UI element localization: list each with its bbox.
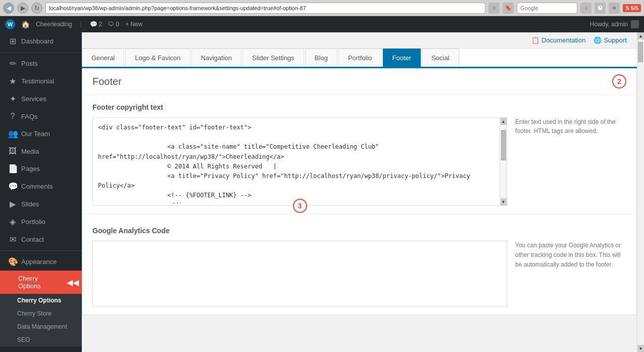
- our-team-icon: 👥: [8, 129, 17, 139]
- tab-blog[interactable]: Blog: [305, 49, 337, 67]
- search-input[interactable]: [517, 3, 577, 14]
- page-scrollbar-thumb[interactable]: [638, 42, 643, 62]
- tab-footer[interactable]: Footer: [383, 49, 421, 67]
- documentation-link[interactable]: 📋 Documentation: [531, 36, 585, 44]
- admin-bar-home-icon[interactable]: 🏠: [21, 20, 30, 28]
- sidebar-separator: [0, 52, 82, 53]
- speech-icon: 🗨: [108, 21, 114, 28]
- extension-badge: S 5/5: [623, 4, 641, 12]
- tabs-container: General Logo & Favicon Navigation Slider…: [82, 49, 637, 68]
- scrollbar-down-button[interactable]: ▼: [501, 198, 507, 205]
- top-action-bar: 📋 Documentation 🌐 Support: [82, 32, 637, 49]
- sidebar-item-label: Services: [21, 95, 46, 103]
- footer-copyright-section: Footer copyright text <div class="footer…: [82, 95, 636, 214]
- documentation-icon: 📋: [531, 36, 539, 44]
- sidebar-item-pages[interactable]: 📄 Pages: [0, 160, 82, 178]
- textarea-scrollbar: ▲ ▼: [500, 118, 507, 205]
- scrollbar-thumb[interactable]: [501, 130, 506, 160]
- separator: |: [80, 21, 81, 28]
- page-title-bar: Footer 2: [82, 68, 636, 95]
- user-avatar: [631, 20, 639, 28]
- sidebar-item-label: Testimonial: [21, 77, 54, 85]
- sidebar-item-testimonial[interactable]: ★ Testimonial: [0, 72, 82, 90]
- dashboard-icon: ⊞: [8, 36, 17, 46]
- badge-1: 2: [52, 276, 65, 289]
- bookmark-star-icon[interactable]: ☆: [488, 3, 500, 14]
- badge-2: 2: [612, 74, 626, 89]
- admin-bar-comments[interactable]: 🗨 0: [108, 21, 119, 28]
- support-label: Support: [604, 36, 627, 44]
- sidebar-item-services[interactable]: ✦ Services: [0, 90, 82, 108]
- appearance-icon: 🎨: [8, 257, 17, 267]
- page-scrollbar-down[interactable]: ▼: [637, 345, 644, 352]
- page-scrollbar: ▲ ▼: [637, 32, 644, 352]
- support-icon: 🌐: [593, 36, 602, 44]
- back-button[interactable]: ◀: [3, 3, 14, 14]
- tab-slider-settings[interactable]: Slider Settings: [242, 49, 304, 67]
- sidebar-item-portfolio[interactable]: ◈ Portfolio: [0, 213, 82, 231]
- submenu-seo[interactable]: SEO: [0, 333, 82, 346]
- comments-notification[interactable]: 💬 2: [90, 21, 103, 28]
- submenu-data-management[interactable]: Data Management: [0, 320, 82, 333]
- sidebar-submenu: Cherry Options Cherry Store Data Managem…: [0, 294, 82, 346]
- browser-chrome: ◀ ▶ ↻ ☆ 🔖 ↓ 🕐 ≡ S 5/5: [0, 0, 644, 16]
- notifications-count: 2: [99, 21, 103, 28]
- wp-logo-icon[interactable]: W: [5, 19, 15, 29]
- forward-button[interactable]: ▶: [17, 3, 28, 14]
- scrollbar-up-button[interactable]: ▲: [501, 118, 507, 125]
- sidebar-item-label: FAQs: [21, 113, 38, 120]
- bookmark-icon[interactable]: 🔖: [503, 3, 514, 14]
- analytics-code-textarea[interactable]: [93, 241, 507, 306]
- tab-portfolio[interactable]: Portfolio: [338, 49, 382, 67]
- tab-social[interactable]: Social: [422, 49, 459, 67]
- support-link[interactable]: 🌐 Support: [593, 36, 627, 44]
- sidebar-item-label: Cherry Options: [18, 275, 47, 290]
- pages-icon: 📄: [8, 164, 17, 173]
- sidebar-separator-2: [0, 250, 82, 251]
- sidebar-item-label: Our Team: [21, 130, 50, 138]
- history-icon[interactable]: 🕐: [595, 3, 606, 14]
- submenu-cherry-store[interactable]: Cherry Store: [0, 307, 82, 320]
- tab-logo-favicon[interactable]: Logo & Favicon: [125, 49, 190, 67]
- page-title: Footer: [92, 76, 122, 87]
- sidebar-item-posts[interactable]: ✏ Posts: [0, 55, 82, 72]
- sidebar-item-label: Contact: [21, 236, 44, 243]
- analytics-row: You can paste your Google Analytics or o…: [92, 241, 626, 306]
- sidebar-item-label: Dashboard: [21, 37, 54, 45]
- sidebar-item-contact[interactable]: ✉ Contact: [0, 231, 82, 248]
- sidebar-item-our-team[interactable]: 👥 Our Team: [0, 125, 82, 143]
- cherry-arrow-icon: ◀◀: [67, 278, 79, 287]
- page-content: Footer 2 Footer copyright text <div clas…: [82, 68, 637, 315]
- analytics-section-label: Google Analytics Code: [92, 227, 626, 235]
- sidebar-item-slides[interactable]: ▶ Slides: [0, 195, 82, 213]
- sidebar-item-label: Posts: [21, 60, 38, 67]
- download-icon[interactable]: ↓: [580, 3, 591, 14]
- scrollbar-track: [501, 125, 507, 198]
- sidebar-item-media[interactable]: 🖼 Media: [0, 143, 82, 160]
- browser-menu-icon[interactable]: ≡: [609, 3, 620, 14]
- admin-user-menu[interactable]: Howdy, admin: [590, 20, 639, 28]
- cherry-options-icon: ●: [8, 278, 14, 287]
- footer-setting-row: <div class="footer-text" id="footer-text…: [92, 117, 626, 206]
- sidebar-item-dashboard[interactable]: ⊞ Dashboard: [0, 32, 82, 50]
- badge-3: 3: [293, 199, 307, 213]
- documentation-label: Documentation: [541, 36, 585, 44]
- sidebar-item-appearance[interactable]: 🎨 Appearance: [0, 253, 82, 271]
- posts-icon: ✏: [8, 59, 17, 68]
- comments-icon: 💬: [8, 182, 17, 191]
- sidebar-item-label: Media: [21, 148, 39, 155]
- footer-copyright-textarea[interactable]: <div class="footer-text" id="footer-text…: [93, 118, 507, 204]
- url-bar[interactable]: [45, 3, 485, 14]
- new-item-button[interactable]: + New: [125, 21, 142, 28]
- page-scrollbar-up[interactable]: ▲: [637, 32, 644, 39]
- tab-navigation[interactable]: Navigation: [191, 49, 241, 67]
- sidebar-item-comments[interactable]: 💬 Comments: [0, 178, 82, 195]
- sidebar-item-cherry-options[interactable]: ● Cherry Options 2 ◀◀: [0, 271, 82, 294]
- tab-general[interactable]: General: [82, 49, 124, 67]
- sidebar-item-faqs[interactable]: ? FAQs: [0, 108, 82, 125]
- reload-button[interactable]: ↻: [31, 3, 42, 14]
- admin-bar-site-name[interactable]: Cheerleading: [36, 21, 72, 28]
- footer-textarea-wrap: <div class="footer-text" id="footer-text…: [92, 117, 507, 206]
- submenu-cherry-options[interactable]: Cherry Options: [0, 294, 82, 307]
- analytics-textarea-wrap: [92, 241, 507, 306]
